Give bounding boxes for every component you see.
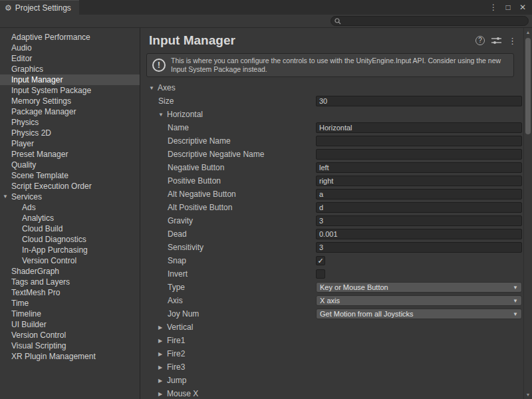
sidebar-item-tags-and-layers[interactable]: Tags and Layers (0, 277, 140, 287)
sidebar-item-visual-scripting[interactable]: Visual Scripting (0, 340, 140, 351)
sidebar-item-shadergraph[interactable]: ShaderGraph (0, 266, 140, 277)
settings-row-positive-button: Positive Button (140, 174, 523, 188)
sidebar-item-physics[interactable]: Physics (0, 117, 140, 128)
gravity-field[interactable] (316, 215, 522, 226)
maximize-button[interactable]: □ (503, 3, 513, 12)
sidebar-item-memory-settings[interactable]: Memory Settings (0, 96, 140, 106)
sidebar-item-version-control[interactable]: Version Control (0, 255, 140, 266)
sidebar-item-timeline[interactable]: Timeline (0, 309, 140, 319)
positive-button-field[interactable] (316, 176, 522, 186)
descriptive-negative-name-field[interactable] (316, 149, 522, 160)
close-button[interactable]: ✕ (517, 3, 528, 12)
descriptive-name-field[interactable] (316, 136, 522, 146)
foldout-arrow-icon[interactable]: ▶ (158, 391, 167, 397)
sidebar-item-label: Player (11, 138, 34, 149)
sidebar-item-label: Physics (11, 117, 39, 128)
settings-row-negative-button: Negative Button (140, 161, 523, 174)
sidebar-item-cloud-build[interactable]: Cloud Build (0, 223, 140, 234)
alt-negative-button-field[interactable] (316, 189, 522, 200)
row-label-area: ▶Mouse X (140, 389, 198, 398)
row-label-area: Size (140, 96, 174, 106)
settings-row-mouse-x: ▶Mouse X (140, 387, 523, 399)
sidebar-item-ads[interactable]: Ads (0, 202, 140, 213)
row-label[interactable]: Horizontal (167, 110, 203, 119)
sidebar-item-audio[interactable]: Audio (0, 43, 140, 53)
sidebar-item-adaptive-performance[interactable]: Adaptive Performance (0, 32, 140, 43)
joy-num-dropdown[interactable]: Get Motion from all Joysticks▼ (316, 309, 522, 319)
scrollbar-thumb[interactable] (525, 38, 531, 134)
alt-positive-button-field[interactable] (316, 202, 522, 213)
foldout-arrow-icon[interactable]: ▶ (158, 325, 167, 331)
foldout-arrow-icon[interactable]: ▶ (158, 378, 167, 384)
row-label[interactable]: Fire3 (167, 362, 185, 372)
row-label[interactable]: Fire2 (167, 349, 185, 358)
sidebar-item-scene-template[interactable]: Scene Template (0, 170, 140, 181)
sidebar-item-services[interactable]: ▼Services (0, 192, 140, 202)
sidebar-item-label: UI Builder (11, 319, 47, 330)
sidebar-item-textmesh-pro[interactable]: TextMesh Pro (0, 287, 140, 298)
sidebar-item-in-app-purchasing[interactable]: In-App Purchasing (0, 245, 140, 255)
dead-field[interactable] (316, 229, 522, 239)
scroll-up-button[interactable]: ▲ (526, 28, 531, 37)
size-field[interactable] (316, 96, 522, 106)
presets-icon[interactable] (491, 37, 501, 45)
sidebar-item-xr-plugin-management[interactable]: XR Plugin Management (0, 351, 140, 362)
sidebar-item-physics-2d[interactable]: Physics 2D (0, 128, 140, 138)
sidebar-item-quality[interactable]: Quality (0, 160, 140, 170)
sidebar-item-ui-builder[interactable]: UI Builder (0, 319, 140, 330)
sidebar-item-version-control[interactable]: Version Control (0, 330, 140, 340)
window-menu-button[interactable]: ⋮ (488, 3, 499, 12)
type-dropdown[interactable]: Key or Mouse Button▼ (316, 282, 522, 293)
foldout-arrow-icon[interactable]: ▼ (158, 112, 167, 118)
scrollbar-track[interactable] (524, 37, 532, 390)
snap-checkbox[interactable]: ✓ (316, 256, 325, 265)
row-label[interactable]: Vertical (167, 323, 193, 332)
info-box: ! This is where you can configure the co… (146, 53, 514, 77)
search-input[interactable] (344, 17, 525, 25)
tab-project-settings[interactable]: ⚙ Project Settings (0, 0, 79, 15)
sidebar-item-player[interactable]: Player (0, 138, 140, 149)
axis-dropdown[interactable]: X axis▼ (316, 295, 522, 306)
sidebar-item-preset-manager[interactable]: Preset Manager (0, 149, 140, 160)
sidebar-item-input-manager[interactable]: Input Manager (0, 74, 140, 85)
sidebar-item-script-execution-order[interactable]: Script Execution Order (0, 181, 140, 192)
settings-row-alt-negative-button: Alt Negative Button (140, 188, 523, 201)
foldout-arrow-icon[interactable]: ▼ (149, 85, 158, 91)
context-menu-button[interactable]: ⋮ (508, 36, 517, 46)
sensitivity-field[interactable] (316, 242, 522, 253)
help-icon[interactable]: ? (475, 36, 485, 45)
name-field[interactable] (316, 122, 522, 133)
foldout-arrow-icon[interactable]: ▶ (158, 364, 167, 370)
search-box[interactable] (331, 16, 529, 26)
sidebar-item-input-system-package[interactable]: Input System Package (0, 85, 140, 96)
scroll-down-button[interactable]: ▼ (526, 390, 531, 399)
sidebar-item-label: Version Control (22, 255, 76, 266)
foldout-arrow-icon[interactable]: ▶ (158, 351, 167, 357)
sidebar-item-time[interactable]: Time (0, 298, 140, 309)
row-label-area: ▶Vertical (140, 323, 193, 332)
foldout-arrow-icon[interactable]: ▶ (158, 338, 167, 344)
sidebar-item-analytics[interactable]: Analytics (0, 213, 140, 223)
negative-button-field[interactable] (316, 162, 522, 173)
sidebar-item-label: Audio (11, 43, 32, 53)
invert-checkbox[interactable] (316, 269, 325, 279)
row-label[interactable]: Fire1 (167, 336, 185, 345)
foldout-arrow-icon[interactable]: ▼ (3, 192, 11, 202)
chevron-down-icon: ▼ (513, 311, 518, 317)
row-label-area: Name (140, 123, 189, 132)
row-label[interactable]: Jump (167, 376, 186, 385)
toolbar (0, 15, 532, 28)
row-label[interactable]: Mouse X (167, 389, 198, 398)
row-label-area: Positive Button (140, 176, 221, 186)
sidebar-item-editor[interactable]: Editor (0, 53, 140, 64)
sidebar-item-graphics[interactable]: Graphics (0, 64, 140, 74)
sidebar-item-cloud-diagnostics[interactable]: Cloud Diagnostics (0, 234, 140, 245)
dropdown-value: Get Motion from all Joysticks (320, 310, 513, 318)
settings-row-descriptive-negative-name: Descriptive Negative Name (140, 148, 523, 161)
gear-icon: ⚙ (5, 3, 12, 13)
sidebar-item-package-manager[interactable]: Package Manager (0, 106, 140, 117)
vertical-scrollbar[interactable]: ▲ ▼ (523, 28, 532, 399)
settings-row-alt-positive-button: Alt Positive Button (140, 201, 523, 214)
sidebar-item-label: Ads (22, 202, 36, 213)
row-label[interactable]: Axes (158, 83, 176, 92)
